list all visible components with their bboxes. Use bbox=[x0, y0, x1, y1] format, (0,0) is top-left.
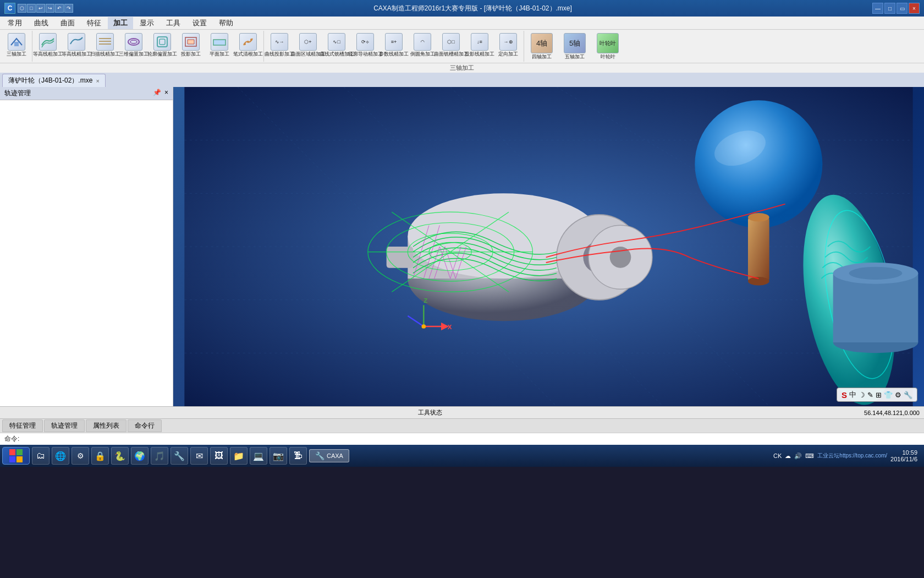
tray-website: 工业云坛https://top.cac.com/ bbox=[817, 452, 887, 460]
svg-rect-52 bbox=[9, 449, 15, 455]
doc-tab-filename: 薄铲叶轮（J4B-01-02）.mxe bbox=[8, 76, 92, 85]
menu-item-help[interactable]: 帮助 bbox=[213, 17, 239, 29]
taskbar-icon-security[interactable]: 🔒 bbox=[91, 447, 109, 465]
status-s-icon: S bbox=[842, 390, 847, 400]
maximize-button[interactable]: ▭ bbox=[897, 3, 908, 14]
tab-feature-management[interactable]: 特征管理 bbox=[2, 419, 43, 432]
menu-item-tools[interactable]: 工具 bbox=[161, 17, 186, 29]
project-icon bbox=[182, 33, 200, 51]
left-panel: 轨迹管理 📌 × bbox=[0, 87, 173, 406]
tab-command-line[interactable]: 命令行 bbox=[128, 419, 162, 432]
menu-item-feature[interactable]: 特征 bbox=[81, 17, 107, 29]
menu-item-settings[interactable]: 设置 bbox=[187, 17, 212, 29]
status-tool: 工具状态 bbox=[4, 408, 855, 417]
minimize-button[interactable]: — bbox=[872, 3, 883, 14]
panel-pin-icon[interactable]: 📌 bbox=[153, 89, 161, 98]
three-axis-label: 三轴加工 bbox=[0, 63, 924, 73]
btn-4axis[interactable]: 4轴 四轴加工 bbox=[525, 31, 558, 62]
tree-area bbox=[0, 100, 173, 406]
panel-header: 轨迹管理 📌 × bbox=[0, 87, 173, 100]
btn-scan-finish[interactable]: 扫描线精加工 bbox=[91, 31, 119, 62]
btn-3d-offset[interactable]: 三维偏置加工 bbox=[119, 31, 148, 62]
fillet-label: 倒圆角加工 bbox=[410, 52, 435, 57]
btn-curve-project[interactable]: ∿→ 曲线投影加工 bbox=[265, 31, 294, 62]
taskbar-icon-settings[interactable]: ⚙ bbox=[72, 447, 89, 465]
btn-fillet[interactable]: ◜◝ 倒圆角加工 bbox=[408, 31, 437, 62]
panel-title: 轨迹管理 bbox=[4, 89, 31, 98]
cmdline-prefix: 命令: bbox=[4, 434, 19, 444]
taskbar-icon-earth[interactable]: 🌍 bbox=[131, 447, 148, 465]
tab-properties-list[interactable]: 属性列表 bbox=[86, 419, 127, 432]
taskbar-icon-tools[interactable]: 🔧 bbox=[170, 447, 188, 465]
close-button[interactable]: × bbox=[909, 3, 920, 14]
btn-contour-finish[interactable]: 等高线精加工 bbox=[62, 31, 91, 62]
menu-item-display[interactable]: 显示 bbox=[134, 17, 160, 29]
btn-contour-drive[interactable]: ⟳⟡ 轮廓导动精加工 bbox=[351, 31, 380, 62]
taskbar-icon-computer[interactable]: 💻 bbox=[250, 447, 267, 465]
btn-5axis[interactable]: 5轴 五轴加工 bbox=[558, 31, 591, 62]
taskbar-active-app[interactable]: 🔧 CAXA bbox=[309, 449, 349, 462]
btn-plane[interactable]: 平面加工 bbox=[205, 31, 234, 62]
panel-close-icon[interactable]: × bbox=[164, 89, 168, 98]
contour-drive-label: 轮廓导动精加工 bbox=[348, 52, 383, 57]
taskbar-app-icon: 🔧 bbox=[315, 451, 324, 460]
svg-rect-24 bbox=[748, 217, 769, 281]
doc-tab-close[interactable]: × bbox=[96, 78, 99, 84]
taskbar-icon-compress[interactable]: 🗜 bbox=[289, 447, 307, 465]
btn-surface-slot[interactable]: ⬡□ 曲面铣槽精加工 bbox=[437, 31, 465, 62]
btn-proj-line[interactable]: ↓≡ 投影线精加工 bbox=[465, 31, 494, 62]
btn-surface-area[interactable]: ⬡+ 曲面区域精加工 bbox=[294, 31, 322, 62]
direction-icon: →⊕ bbox=[499, 33, 517, 51]
btn-curve-slot[interactable]: ∿□ 曲线式铣槽加工 bbox=[322, 31, 351, 62]
svg-rect-7 bbox=[160, 39, 165, 45]
4axis-label: 四轴加工 bbox=[532, 54, 552, 60]
3axis-icon bbox=[8, 33, 25, 51]
restore-button[interactable]: □ bbox=[884, 3, 895, 14]
btn-3axis-machining[interactable]: 三轴加工 bbox=[2, 31, 31, 62]
app-logo: C bbox=[4, 3, 15, 14]
start-button[interactable] bbox=[2, 447, 30, 465]
btn-direction[interactable]: →⊕ 定向加工 bbox=[494, 31, 522, 62]
fillet-icon: ◜◝ bbox=[414, 33, 431, 51]
svg-point-9 bbox=[244, 43, 246, 45]
window-control: ⬡ □ ↩ ↪ ↶ ↷ bbox=[18, 4, 73, 13]
btn-impeller[interactable]: 叶轮叶 叶轮叶 bbox=[591, 31, 624, 62]
doc-tab-main[interactable]: 薄铲叶轮（J4B-01-02）.mxe × bbox=[2, 74, 106, 87]
btn-contour-rough[interactable]: 等高线粗加工 bbox=[34, 31, 62, 62]
btn-3axis-label: 三轴加工 bbox=[7, 52, 26, 57]
tray-ck: CK bbox=[773, 452, 782, 459]
taskbar-icon-image[interactable]: 🖼 bbox=[210, 447, 228, 465]
menu-item-common[interactable]: 常用 bbox=[2, 17, 28, 29]
taskbar-icon-camera[interactable]: 📷 bbox=[270, 447, 287, 465]
contour-offset-label: 轮廓偏置加工 bbox=[147, 52, 177, 57]
taskbar-icon-files[interactable]: 📁 bbox=[230, 447, 248, 465]
toolbar-separator bbox=[32, 31, 32, 62]
tab-trajectory-management[interactable]: 轨迹管理 bbox=[44, 419, 85, 432]
contour-offset-icon bbox=[153, 33, 171, 51]
menu-item-curve[interactable]: 曲线 bbox=[29, 17, 54, 29]
taskbar-app-label: CAXA bbox=[327, 452, 343, 459]
5axis-label: 五轴加工 bbox=[565, 54, 585, 60]
taskbar-icon-snake[interactable]: 🐍 bbox=[111, 447, 129, 465]
menubar: 常用 曲线 曲面 特征 加工 显示 工具 设置 帮助 bbox=[0, 17, 924, 30]
menu-item-surface[interactable]: 曲面 bbox=[55, 17, 80, 29]
taskbar-icon-mail[interactable]: ✉ bbox=[190, 447, 208, 465]
project-label: 投影加工 bbox=[181, 52, 201, 57]
btn-pencil[interactable]: 笔式清根加工 bbox=[234, 31, 262, 62]
btn-contour-offset[interactable]: 轮廓偏置加工 bbox=[148, 31, 177, 62]
menu-item-machining[interactable]: 加工 bbox=[108, 17, 133, 29]
tray-cloud: ☁ bbox=[785, 452, 791, 460]
3d-viewport[interactable]: 第六步，做出的轨迹和方针效果， 轨迹后置需要约2分钟， 加工时间一个叶片槽需要约… bbox=[173, 87, 924, 406]
btn-project[interactable]: 投影加工 bbox=[177, 31, 205, 62]
taskbar-icon-browser[interactable]: 🌐 bbox=[52, 447, 69, 465]
tray-volume: 🔊 bbox=[794, 452, 802, 460]
taskbar-icon-folder[interactable]: 🗂 bbox=[32, 447, 50, 465]
taskbar-icon-music[interactable]: 🎵 bbox=[151, 447, 168, 465]
titlebar-controls[interactable]: — □ ▭ × bbox=[872, 3, 920, 14]
cmdline-input[interactable] bbox=[23, 435, 920, 443]
btn-param-line[interactable]: ≡+ 参数线精加工 bbox=[380, 31, 408, 62]
3d-offset-icon bbox=[125, 33, 142, 51]
curve-project-icon: ∿→ bbox=[271, 33, 288, 51]
5axis-icon: 5轴 bbox=[564, 33, 586, 53]
status-coords: 56.144,48.121,0.000 bbox=[864, 410, 920, 416]
